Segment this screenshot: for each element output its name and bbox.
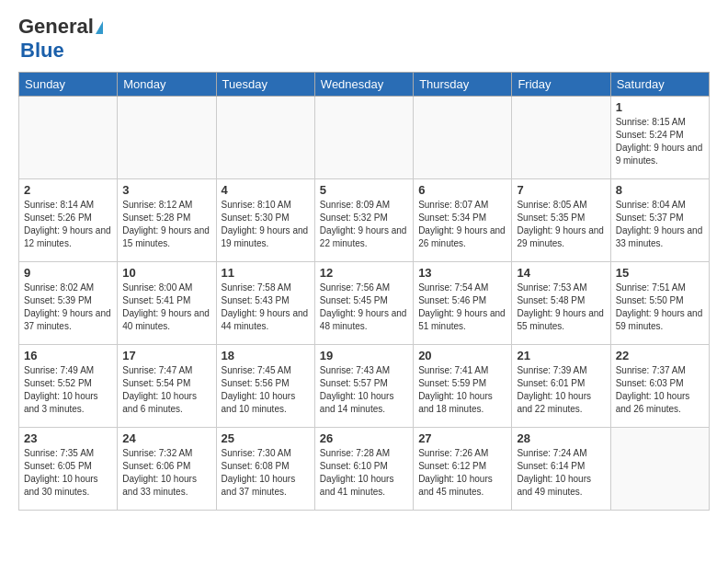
day-number: 18 bbox=[222, 349, 310, 362]
day-number: 25 bbox=[222, 431, 310, 445]
day-cell: 13Sunrise: 7:54 AM Sunset: 5:46 PM Dayli… bbox=[414, 262, 512, 345]
day-number: 19 bbox=[320, 349, 408, 362]
day-number: 27 bbox=[418, 431, 506, 445]
logo-blue: Blue bbox=[20, 39, 103, 63]
day-number: 26 bbox=[320, 431, 408, 445]
weekday-sunday: Sunday bbox=[19, 73, 118, 97]
day-number: 16 bbox=[24, 349, 112, 362]
day-info: Sunrise: 7:41 AM Sunset: 5:59 PM Dayligh… bbox=[418, 364, 506, 416]
day-info: Sunrise: 7:32 AM Sunset: 6:06 PM Dayligh… bbox=[122, 447, 210, 499]
day-cell: 18Sunrise: 7:45 AM Sunset: 5:56 PM Dayli… bbox=[216, 345, 314, 428]
day-number: 12 bbox=[320, 266, 408, 280]
day-cell: 25Sunrise: 7:30 AM Sunset: 6:08 PM Dayli… bbox=[216, 428, 314, 511]
day-cell: 6Sunrise: 8:07 AM Sunset: 5:34 PM Daylig… bbox=[414, 179, 512, 262]
page: General Blue SundayMondayTuesdayWednesda… bbox=[0, 0, 728, 525]
day-info: Sunrise: 7:56 AM Sunset: 5:45 PM Dayligh… bbox=[320, 282, 408, 333]
logo-general: General bbox=[18, 15, 94, 39]
day-number: 28 bbox=[517, 431, 605, 445]
day-cell: 11Sunrise: 7:58 AM Sunset: 5:43 PM Dayli… bbox=[216, 262, 314, 345]
weekday-tuesday: Tuesday bbox=[216, 73, 314, 97]
day-number: 10 bbox=[122, 266, 210, 280]
day-number: 23 bbox=[24, 431, 112, 445]
day-cell bbox=[19, 97, 118, 179]
weekday-monday: Monday bbox=[118, 73, 216, 97]
day-number: 17 bbox=[122, 349, 210, 362]
day-info: Sunrise: 7:28 AM Sunset: 6:10 PM Dayligh… bbox=[320, 447, 408, 499]
week-row-4: 16Sunrise: 7:49 AM Sunset: 5:52 PM Dayli… bbox=[19, 345, 710, 428]
day-cell: 5Sunrise: 8:09 AM Sunset: 5:32 PM Daylig… bbox=[314, 179, 413, 262]
week-row-5: 23Sunrise: 7:35 AM Sunset: 6:05 PM Dayli… bbox=[19, 428, 710, 511]
weekday-wednesday: Wednesday bbox=[314, 73, 413, 97]
day-info: Sunrise: 7:39 AM Sunset: 6:01 PM Dayligh… bbox=[517, 364, 605, 416]
day-cell: 3Sunrise: 8:12 AM Sunset: 5:28 PM Daylig… bbox=[118, 179, 216, 262]
day-info: Sunrise: 7:30 AM Sunset: 6:08 PM Dayligh… bbox=[222, 447, 310, 499]
day-number: 24 bbox=[122, 431, 210, 445]
day-info: Sunrise: 7:58 AM Sunset: 5:43 PM Dayligh… bbox=[222, 282, 310, 333]
day-number: 3 bbox=[122, 183, 210, 197]
day-info: Sunrise: 8:09 AM Sunset: 5:32 PM Dayligh… bbox=[320, 199, 408, 250]
day-cell bbox=[414, 97, 512, 179]
logo: General Blue bbox=[18, 15, 103, 63]
day-info: Sunrise: 7:47 AM Sunset: 5:54 PM Dayligh… bbox=[122, 364, 210, 416]
day-info: Sunrise: 8:04 AM Sunset: 5:37 PM Dayligh… bbox=[616, 199, 704, 250]
day-info: Sunrise: 8:10 AM Sunset: 5:30 PM Dayligh… bbox=[222, 199, 310, 250]
day-info: Sunrise: 7:54 AM Sunset: 5:46 PM Dayligh… bbox=[418, 282, 506, 333]
day-info: Sunrise: 8:05 AM Sunset: 5:35 PM Dayligh… bbox=[517, 199, 605, 250]
day-info: Sunrise: 7:45 AM Sunset: 5:56 PM Dayligh… bbox=[222, 364, 310, 416]
day-cell: 28Sunrise: 7:24 AM Sunset: 6:14 PM Dayli… bbox=[512, 428, 610, 511]
day-info: Sunrise: 8:00 AM Sunset: 5:41 PM Dayligh… bbox=[122, 282, 210, 333]
day-cell: 14Sunrise: 7:53 AM Sunset: 5:48 PM Dayli… bbox=[512, 262, 610, 345]
day-cell: 15Sunrise: 7:51 AM Sunset: 5:50 PM Dayli… bbox=[610, 262, 709, 345]
day-cell bbox=[118, 97, 216, 179]
day-number: 21 bbox=[517, 349, 605, 362]
calendar: SundayMondayTuesdayWednesdayThursdayFrid… bbox=[18, 72, 710, 511]
day-number: 14 bbox=[517, 266, 605, 280]
day-cell: 20Sunrise: 7:41 AM Sunset: 5:59 PM Dayli… bbox=[414, 345, 512, 428]
day-cell: 22Sunrise: 7:37 AM Sunset: 6:03 PM Dayli… bbox=[610, 345, 709, 428]
day-cell: 26Sunrise: 7:28 AM Sunset: 6:10 PM Dayli… bbox=[314, 428, 413, 511]
day-info: Sunrise: 7:49 AM Sunset: 5:52 PM Dayligh… bbox=[24, 364, 112, 416]
day-cell: 19Sunrise: 7:43 AM Sunset: 5:57 PM Dayli… bbox=[314, 345, 413, 428]
weekday-saturday: Saturday bbox=[610, 73, 709, 97]
day-info: Sunrise: 8:07 AM Sunset: 5:34 PM Dayligh… bbox=[418, 199, 506, 250]
week-row-1: 1Sunrise: 8:15 AM Sunset: 5:24 PM Daylig… bbox=[19, 97, 710, 179]
weekday-thursday: Thursday bbox=[414, 73, 512, 97]
day-cell bbox=[512, 97, 610, 179]
day-info: Sunrise: 7:53 AM Sunset: 5:48 PM Dayligh… bbox=[517, 282, 605, 333]
day-cell: 10Sunrise: 8:00 AM Sunset: 5:41 PM Dayli… bbox=[118, 262, 216, 345]
day-cell: 24Sunrise: 7:32 AM Sunset: 6:06 PM Dayli… bbox=[118, 428, 216, 511]
header: General Blue bbox=[18, 15, 710, 63]
day-number: 11 bbox=[222, 266, 310, 280]
day-info: Sunrise: 8:14 AM Sunset: 5:26 PM Dayligh… bbox=[24, 199, 112, 250]
day-cell: 7Sunrise: 8:05 AM Sunset: 5:35 PM Daylig… bbox=[512, 179, 610, 262]
day-info: Sunrise: 7:24 AM Sunset: 6:14 PM Dayligh… bbox=[517, 447, 605, 499]
day-cell: 21Sunrise: 7:39 AM Sunset: 6:01 PM Dayli… bbox=[512, 345, 610, 428]
day-number: 7 bbox=[517, 183, 605, 197]
weekday-friday: Friday bbox=[512, 73, 610, 97]
day-number: 5 bbox=[320, 183, 408, 197]
day-cell: 1Sunrise: 8:15 AM Sunset: 5:24 PM Daylig… bbox=[610, 97, 709, 179]
day-cell bbox=[216, 97, 314, 179]
day-number: 15 bbox=[616, 266, 704, 280]
day-cell: 9Sunrise: 8:02 AM Sunset: 5:39 PM Daylig… bbox=[19, 262, 118, 345]
day-number: 8 bbox=[616, 183, 704, 197]
day-cell: 8Sunrise: 8:04 AM Sunset: 5:37 PM Daylig… bbox=[610, 179, 709, 262]
day-info: Sunrise: 7:51 AM Sunset: 5:50 PM Dayligh… bbox=[616, 282, 704, 333]
day-number: 2 bbox=[24, 183, 112, 197]
day-number: 20 bbox=[418, 349, 506, 362]
day-cell: 17Sunrise: 7:47 AM Sunset: 5:54 PM Dayli… bbox=[118, 345, 216, 428]
day-cell: 16Sunrise: 7:49 AM Sunset: 5:52 PM Dayli… bbox=[19, 345, 118, 428]
day-number: 4 bbox=[222, 183, 310, 197]
day-info: Sunrise: 7:35 AM Sunset: 6:05 PM Dayligh… bbox=[24, 447, 112, 499]
day-cell: 12Sunrise: 7:56 AM Sunset: 5:45 PM Dayli… bbox=[314, 262, 413, 345]
day-cell: 4Sunrise: 8:10 AM Sunset: 5:30 PM Daylig… bbox=[216, 179, 314, 262]
logo-triangle-icon bbox=[96, 21, 103, 34]
day-info: Sunrise: 8:02 AM Sunset: 5:39 PM Dayligh… bbox=[24, 282, 112, 333]
day-info: Sunrise: 8:15 AM Sunset: 5:24 PM Dayligh… bbox=[616, 116, 704, 167]
day-info: Sunrise: 7:26 AM Sunset: 6:12 PM Dayligh… bbox=[418, 447, 506, 499]
day-number: 6 bbox=[418, 183, 506, 197]
day-number: 22 bbox=[616, 349, 704, 362]
day-info: Sunrise: 7:37 AM Sunset: 6:03 PM Dayligh… bbox=[616, 364, 704, 416]
weekday-header-row: SundayMondayTuesdayWednesdayThursdayFrid… bbox=[19, 73, 710, 97]
day-info: Sunrise: 7:43 AM Sunset: 5:57 PM Dayligh… bbox=[320, 364, 408, 416]
